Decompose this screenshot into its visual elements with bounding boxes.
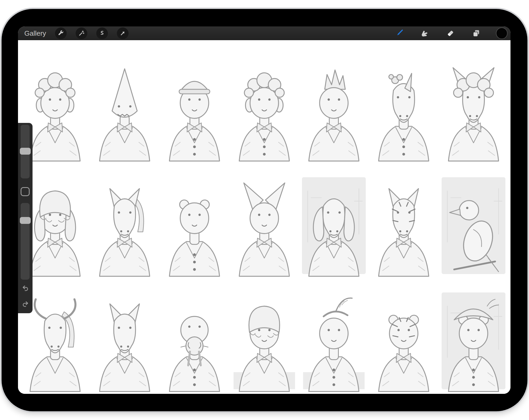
paint-tool-button[interactable] <box>393 27 405 39</box>
brush-opacity-slider[interactable] <box>21 203 30 280</box>
redo-button[interactable] <box>20 299 31 310</box>
portrait-seal <box>229 47 299 162</box>
portrait-horse <box>90 162 160 278</box>
portrait-spaniel <box>299 162 369 278</box>
portrait-songbird <box>439 162 508 278</box>
portrait-fox <box>90 278 160 393</box>
transform-button[interactable] <box>117 27 129 39</box>
undo-button[interactable] <box>20 283 31 294</box>
undo-arrow-icon <box>21 284 29 292</box>
selection-s-icon <box>99 30 105 36</box>
magic-wand-icon <box>78 30 85 36</box>
portrait-rhino <box>369 47 439 162</box>
adjustments-button[interactable] <box>76 27 87 39</box>
portrait-sea-lion <box>159 47 229 162</box>
wrench-icon <box>58 30 64 36</box>
smudge-tool-button[interactable] <box>419 27 431 39</box>
smudge-finger-icon <box>420 29 429 38</box>
portrait-fish <box>299 278 369 393</box>
color-swatch-button[interactable] <box>496 27 508 39</box>
top-toolbar: Gallery <box>18 26 510 40</box>
portrait-chihuahua <box>229 162 299 278</box>
paintbrush-icon <box>395 29 404 38</box>
selection-button[interactable] <box>96 27 108 39</box>
portrait-rooster <box>299 47 369 162</box>
portrait-squirrel <box>439 278 508 393</box>
erase-tool-button[interactable] <box>444 27 457 39</box>
portrait-goat <box>439 47 508 162</box>
portrait-polar-bear <box>159 162 229 278</box>
portrait-tiger <box>369 278 439 393</box>
procreate-screen: Gallery <box>18 26 510 394</box>
portrait-gecko <box>229 278 299 393</box>
transform-arrow-icon <box>120 30 126 36</box>
page-background: Gallery <box>0 0 529 420</box>
drawing-canvas[interactable] <box>18 40 510 394</box>
layers-icon <box>472 29 481 38</box>
toolbar-left-group: Gallery <box>18 26 129 40</box>
redo-arrow-icon <box>21 300 29 308</box>
brush-size-handle[interactable] <box>20 148 31 155</box>
portrait-shark <box>90 47 160 162</box>
modify-button[interactable] <box>21 187 30 196</box>
portrait-walrus <box>159 278 229 393</box>
active-color-swatch <box>496 27 508 39</box>
artwork-grid <box>18 40 510 394</box>
tablet-device-frame: Gallery <box>2 9 527 411</box>
portrait-zebra <box>369 162 439 278</box>
brush-opacity-handle[interactable] <box>20 217 31 224</box>
brush-sidebar <box>18 123 33 313</box>
gallery-button[interactable]: Gallery <box>24 26 46 40</box>
actions-button[interactable] <box>55 27 67 39</box>
eraser-icon <box>446 29 455 38</box>
layers-button[interactable] <box>470 27 482 39</box>
toolbar-right-group <box>393 27 510 39</box>
